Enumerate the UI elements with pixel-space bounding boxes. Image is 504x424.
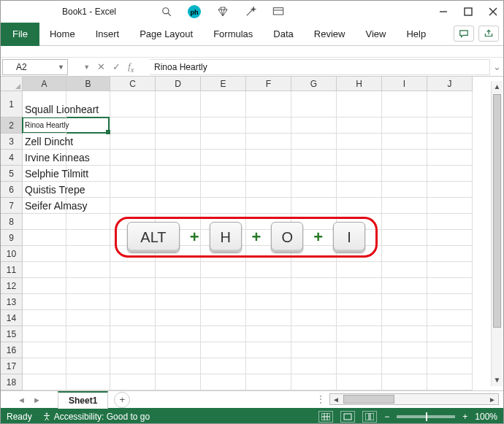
zoom-level[interactable]: 100%	[475, 412, 497, 422]
cell[interactable]	[382, 230, 427, 246]
cell[interactable]	[382, 182, 427, 198]
cell[interactable]	[337, 374, 382, 390]
cell[interactable]	[337, 310, 382, 326]
cell[interactable]	[291, 374, 337, 390]
row-header[interactable]: 14	[1, 310, 23, 326]
maximize-button[interactable]	[464, 7, 473, 16]
split-handle[interactable]: ⋮	[316, 394, 325, 404]
cell[interactable]: Seifer Almasy	[23, 198, 66, 214]
cell[interactable]	[291, 358, 337, 374]
cell[interactable]: Rinoa Heartly	[23, 117, 66, 134]
cell[interactable]	[156, 358, 201, 374]
cell[interactable]	[201, 358, 246, 374]
cell[interactable]	[110, 150, 156, 166]
cell[interactable]	[23, 246, 66, 262]
row-header[interactable]: 12	[1, 278, 23, 294]
cell[interactable]	[156, 117, 201, 134]
cell[interactable]	[110, 326, 156, 342]
cell[interactable]	[427, 166, 473, 182]
cell[interactable]	[337, 117, 382, 134]
cell[interactable]	[337, 294, 382, 310]
col-header-E[interactable]: E	[201, 77, 246, 91]
cell[interactable]	[66, 358, 110, 374]
col-header-G[interactable]: G	[291, 77, 337, 91]
cell[interactable]	[246, 182, 291, 198]
cell[interactable]	[156, 182, 201, 198]
sheet-nav[interactable]: ◄►	[1, 396, 58, 404]
cell[interactable]	[427, 246, 473, 262]
cell[interactable]	[156, 262, 201, 278]
cell[interactable]	[201, 134, 246, 150]
row-header[interactable]: 9	[1, 230, 23, 246]
cell[interactable]	[156, 294, 201, 310]
scroll-thumb[interactable]	[493, 94, 501, 328]
cell[interactable]	[246, 294, 291, 310]
tab-page-layout[interactable]: Page Layout	[129, 23, 203, 46]
cell[interactable]	[66, 117, 110, 134]
row-header[interactable]: 8	[1, 214, 23, 230]
cell[interactable]	[337, 326, 382, 342]
cell[interactable]	[66, 374, 110, 390]
cell[interactable]	[382, 150, 427, 166]
cell[interactable]	[66, 214, 110, 230]
cell[interactable]	[382, 117, 427, 134]
cell[interactable]	[382, 166, 427, 182]
cell[interactable]	[201, 262, 246, 278]
cell[interactable]	[427, 182, 473, 198]
expand-formula-bar-icon[interactable]: ⌄	[490, 61, 503, 72]
cell[interactable]	[427, 294, 473, 310]
profile-badge[interactable]: ph	[188, 5, 201, 18]
cell[interactable]	[246, 91, 291, 117]
tab-insert[interactable]: Insert	[85, 23, 130, 46]
cell[interactable]	[427, 342, 473, 358]
cell[interactable]	[201, 182, 246, 198]
col-header-J[interactable]: J	[427, 77, 473, 91]
col-header-D[interactable]: D	[156, 77, 201, 91]
scroll-down-icon[interactable]: ▼	[492, 374, 503, 386]
row-header[interactable]: 2	[1, 117, 23, 134]
ribbon-display-icon[interactable]	[272, 7, 284, 17]
cell[interactable]	[291, 262, 337, 278]
cell[interactable]	[23, 278, 66, 294]
cell[interactable]	[156, 198, 201, 214]
cell[interactable]	[337, 166, 382, 182]
cell[interactable]	[201, 310, 246, 326]
cell[interactable]	[382, 358, 427, 374]
cell[interactable]	[201, 150, 246, 166]
cell[interactable]	[201, 278, 246, 294]
cell[interactable]	[427, 326, 473, 342]
name-box[interactable]: A2 ▼	[2, 59, 68, 75]
cell[interactable]	[427, 374, 473, 390]
col-header-I[interactable]: I	[382, 77, 427, 91]
cell[interactable]	[156, 278, 201, 294]
cell[interactable]	[201, 294, 246, 310]
cell[interactable]	[382, 374, 427, 390]
cell[interactable]	[291, 326, 337, 342]
cell[interactable]: Zell Dincht	[23, 134, 66, 150]
zoom-out-button[interactable]: −	[384, 412, 389, 422]
cell[interactable]	[337, 262, 382, 278]
cell[interactable]	[427, 198, 473, 214]
normal-view-button[interactable]	[318, 411, 333, 423]
select-all-corner[interactable]	[1, 77, 23, 91]
cell[interactable]	[382, 310, 427, 326]
cell[interactable]	[201, 342, 246, 358]
cell[interactable]	[110, 294, 156, 310]
col-header-A[interactable]: A	[23, 77, 66, 91]
new-sheet-button[interactable]: +	[114, 392, 130, 408]
cell[interactable]	[110, 182, 156, 198]
cell[interactable]	[337, 198, 382, 214]
cell[interactable]	[156, 374, 201, 390]
cell[interactable]	[23, 310, 66, 326]
cell[interactable]	[427, 117, 473, 134]
cancel-icon[interactable]: ✕	[97, 61, 105, 72]
cell[interactable]	[23, 294, 66, 310]
zoom-slider[interactable]	[397, 415, 455, 418]
cell[interactable]	[156, 150, 201, 166]
tab-review[interactable]: Review	[304, 23, 356, 46]
cell[interactable]	[156, 91, 201, 117]
row-header[interactable]: 7	[1, 198, 23, 214]
scroll-up-icon[interactable]: ▲	[492, 81, 503, 93]
row-header[interactable]: 6	[1, 182, 23, 198]
cell[interactable]: Squall Lionheart	[23, 91, 66, 117]
